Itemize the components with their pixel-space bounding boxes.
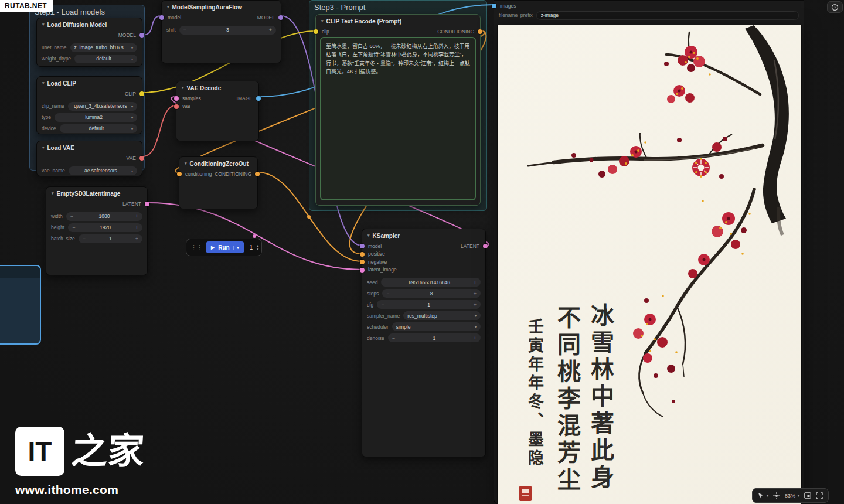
node-title: EmptySD3LatentImage xyxy=(57,190,121,197)
fullscreen-icon[interactable] xyxy=(816,492,823,499)
input-port-negative[interactable] xyxy=(360,260,365,264)
slot-row: samples IMAGE xyxy=(176,94,258,103)
node-conditioning-zero-out[interactable]: ▾ ConditioningZeroOut conditioning CONDI… xyxy=(179,156,258,209)
partial-node[interactable] xyxy=(0,265,41,345)
collapse-icon[interactable]: ▾ xyxy=(321,19,324,23)
batch-count-value[interactable]: 1 xyxy=(250,244,253,251)
collapse-icon[interactable]: ▾ xyxy=(167,5,169,9)
type-select[interactable]: lumina2 ▾ xyxy=(55,113,137,122)
calligraphy-column-1: 冰雪林中著此身 xyxy=(584,303,618,492)
clip-name-select[interactable]: qwen_3_4b.safetensors ▾ xyxy=(68,102,137,111)
input-port-conditioning[interactable] xyxy=(177,172,182,176)
width-input[interactable]: − 1080 + xyxy=(66,212,142,221)
increment-button[interactable]: + xyxy=(474,291,477,297)
node-empty-sd3-latent-image[interactable]: ▾ EmptySD3LatentImage LATENT width − 108… xyxy=(46,186,148,275)
increment-button[interactable]: + xyxy=(135,224,138,230)
input-port-latent-image[interactable] xyxy=(360,268,365,273)
output-port-latent[interactable] xyxy=(145,202,149,206)
vae-name-select[interactable]: ae.safetensors ▾ xyxy=(69,166,137,175)
node-clip-text-encode[interactable]: ▾ CLIP Text Encode (Prompt) clip CONDITI… xyxy=(315,14,481,206)
increment-button[interactable]: + xyxy=(135,236,138,241)
input-label: negative xyxy=(368,259,387,265)
run-options-chevron-icon[interactable]: ▾ xyxy=(233,246,239,250)
collapse-icon[interactable]: ▾ xyxy=(42,81,45,86)
input-port-vae[interactable] xyxy=(174,104,179,109)
drag-handle-icon[interactable]: ⋮⋮ xyxy=(190,244,202,251)
input-label: model xyxy=(168,15,181,21)
slot-row: MODEL xyxy=(37,31,142,39)
randomize-seed-button[interactable]: + xyxy=(474,280,477,285)
watermark-badge: RUTAB.NET xyxy=(0,0,53,12)
node-header: ▾ ConditioningZeroOut xyxy=(179,157,257,170)
height-input[interactable]: − 1920 + xyxy=(68,223,142,232)
cursor-tool-icon[interactable] xyxy=(758,492,764,499)
cfg-input[interactable]: − 1 + xyxy=(377,300,481,309)
fit-view-icon[interactable] xyxy=(773,492,780,499)
input-label: samples xyxy=(182,96,201,101)
output-port-latent[interactable] xyxy=(483,244,488,248)
slot-row: positive xyxy=(362,250,485,258)
widget-filename-prefix: filename_prefix z-image xyxy=(494,10,804,21)
output-port-model[interactable] xyxy=(278,15,283,20)
input-label: conditioning xyxy=(185,171,212,177)
output-port-image[interactable] xyxy=(256,96,261,101)
batch-size-input[interactable]: − 1 + xyxy=(79,234,142,243)
node-title: CLIP Text Encode (Prompt) xyxy=(326,18,402,25)
input-label: images xyxy=(500,3,516,9)
history-button[interactable] xyxy=(827,1,843,13)
collapse-icon[interactable]: ▾ xyxy=(42,22,45,27)
zoom-level[interactable]: 83% xyxy=(785,493,795,499)
node-model-sampling-auraflow[interactable]: ▾ ModelSamplingAuraFlow model MODEL shif… xyxy=(161,0,281,63)
batch-count-stepper[interactable]: ▲▼ xyxy=(256,244,259,251)
minimap-icon[interactable] xyxy=(804,492,811,499)
input-port-samples[interactable] xyxy=(174,96,179,101)
collapse-icon[interactable]: ▾ xyxy=(185,161,187,166)
steps-input[interactable]: − 8 + xyxy=(382,289,481,298)
output-port-model[interactable] xyxy=(139,33,144,38)
output-port-vae[interactable] xyxy=(139,156,144,161)
output-port-conditioning[interactable] xyxy=(478,29,482,34)
collapse-icon[interactable]: ▾ xyxy=(52,191,54,196)
chevron-down-icon: ▾ xyxy=(131,115,133,120)
input-port-model[interactable] xyxy=(159,15,164,20)
unet-name-select[interactable]: z_image_turbo_bf16.sa... ▾ xyxy=(70,43,137,52)
collapse-icon[interactable]: ▾ xyxy=(182,86,184,90)
node-load-diffusion-model[interactable]: ▾ Load Diffusion Model MODEL unet_name z… xyxy=(36,18,142,67)
chevron-down-icon: ▾ xyxy=(131,127,133,131)
increment-button[interactable]: + xyxy=(135,213,138,219)
device-select[interactable]: default ▾ xyxy=(60,124,137,133)
sampler-name-select[interactable]: res_multistep ▾ xyxy=(403,311,481,320)
increment-button[interactable]: + xyxy=(474,302,477,308)
increment-button[interactable]: + xyxy=(474,335,477,341)
widget-vae-name: vae_name ae.safetensors ▾ xyxy=(37,165,142,176)
output-port-clip[interactable] xyxy=(139,91,144,96)
node-load-vae[interactable]: ▾ Load VAE VAE vae_name ae.safetensors ▾ xyxy=(36,141,142,176)
node-vae-decode[interactable]: ▾ VAE Decode samples IMAGE vae xyxy=(176,81,259,141)
run-button[interactable]: ▶ Run ▾ xyxy=(206,241,244,253)
cursor-tool-chevron-icon[interactable]: ▾ xyxy=(767,493,768,498)
collapse-icon[interactable]: ▾ xyxy=(42,145,45,150)
seed-input[interactable]: 695165531416846 + xyxy=(381,278,481,287)
node-title: ModelSamplingAuraFlow xyxy=(172,4,242,11)
scheduler-select[interactable]: simple ▾ xyxy=(392,322,481,331)
zoom-chevron-icon[interactable]: ▾ xyxy=(798,493,799,498)
output-port-conditioning[interactable] xyxy=(255,172,260,176)
node-ksampler[interactable]: ▾ KSampler model LATENT positive negativ… xyxy=(362,229,486,457)
input-port-model[interactable] xyxy=(360,244,365,248)
calligraphy-column-3: 壬寅年年冬、墨隐 xyxy=(523,318,546,468)
ithome-url: www.ithome.com xyxy=(15,483,144,497)
shift-input[interactable]: − 3 + xyxy=(179,26,276,35)
collapse-icon[interactable]: ▾ xyxy=(367,233,370,238)
input-port-clip[interactable] xyxy=(314,29,318,34)
node-save-image[interactable]: images filename_prefix z-image xyxy=(494,0,804,504)
ithome-watermark: IT 之家 www.ithome.com xyxy=(15,427,144,497)
weight-dtype-select[interactable]: default ▾ xyxy=(74,55,137,63)
filename-prefix-input[interactable]: z-image xyxy=(536,11,799,20)
input-port-positive[interactable] xyxy=(360,252,365,257)
prompt-textarea[interactable]: 至简水墨，留白占 60%，一枝朱砂红梅从右上角斜入，枝干用枯笔飞白，左下角题诗“… xyxy=(320,37,476,200)
denoise-input[interactable]: − 1 + xyxy=(388,333,481,342)
widget-scheduler: scheduler simple ▾ xyxy=(362,321,485,332)
input-port-images[interactable] xyxy=(492,4,496,8)
increment-button[interactable]: + xyxy=(269,27,272,33)
node-load-clip[interactable]: ▾ Load CLIP CLIP clip_name qwen_3_4b.saf… xyxy=(36,76,142,134)
